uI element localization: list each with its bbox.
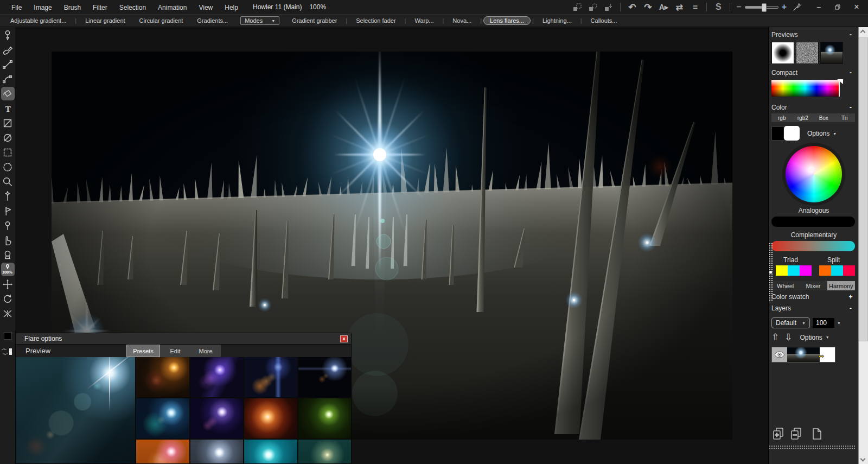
zoom-100-icon[interactable]: 100% [1, 263, 15, 276]
panel-scrollbar[interactable] [858, 27, 868, 464]
toolbar-nova[interactable]: Nova... [445, 16, 478, 25]
toolbar-gradient-grabber[interactable]: Gradient grabber [285, 16, 344, 25]
plumb-icon[interactable] [1, 28, 15, 42]
toolbar-callouts[interactable]: Callouts... [584, 16, 624, 25]
collapse-color-button[interactable]: - [847, 104, 854, 111]
undo-icon[interactable]: ↶ [627, 2, 637, 12]
mode-tab-mixer[interactable]: Mixer [799, 281, 827, 290]
flare-preset-11[interactable] [244, 440, 297, 463]
magnifier-icon[interactable] [1, 175, 15, 188]
lens-icon[interactable] [1, 248, 15, 262]
toolbar-warp[interactable]: Warp... [407, 16, 441, 25]
rotate-icon[interactable] [1, 292, 15, 306]
panel-resize-grip[interactable] [769, 445, 856, 450]
flare-tab-presets[interactable]: Presets [126, 345, 160, 357]
mode-tab-wheel[interactable]: Wheel [771, 281, 799, 290]
text-arrow-icon[interactable]: A▸ [658, 2, 669, 12]
swap-icon[interactable]: ⇄ [674, 2, 685, 12]
pin-star-icon[interactable] [1, 189, 15, 203]
toolbar-linear-gradient[interactable]: Linear gradient [78, 16, 132, 25]
value-slider[interactable] [769, 243, 773, 302]
brush-icon[interactable] [1, 43, 15, 56]
color-tab-box[interactable]: Box [813, 115, 834, 121]
split-color[interactable] [843, 265, 855, 276]
collapse-compact-button[interactable]: - [847, 69, 854, 77]
pin-icon[interactable] [1, 219, 15, 232]
remove-layer-button[interactable] [790, 427, 803, 441]
rect-select-icon[interactable] [1, 145, 15, 159]
layer-up-button[interactable]: ⇧ [771, 333, 779, 342]
toolbar-selection-fader[interactable]: Selection fader [349, 16, 403, 25]
layer-opacity-field[interactable]: 100 [813, 318, 834, 328]
layer-down-button[interactable]: ⇩ [784, 333, 792, 342]
list-icon[interactable]: ≡ [690, 2, 700, 12]
store-buffer-icon[interactable] [588, 2, 598, 12]
scroll-up-icon[interactable] [860, 30, 866, 35]
flare-preset-3[interactable] [244, 357, 297, 397]
menu-file[interactable]: File [5, 4, 28, 11]
flare-preset-12[interactable] [298, 440, 352, 463]
flare-preview-image[interactable] [16, 357, 135, 463]
move-icon[interactable] [1, 277, 15, 291]
expand-color-swatch-button[interactable]: + [847, 293, 854, 301]
toolbar-lightning[interactable]: Lightning... [535, 16, 579, 25]
opacity-dropdown-icon[interactable]: ▼ [837, 321, 841, 325]
flare-tab-more[interactable]: More [190, 345, 221, 357]
flare-tab-edit[interactable]: Edit [160, 345, 190, 357]
flare-preset-8[interactable] [298, 398, 352, 438]
triad-color[interactable] [788, 265, 800, 276]
styles-icon[interactable]: S [713, 2, 724, 12]
toolbar-adjustable-gradient[interactable]: Adjustable gradient... [3, 16, 73, 25]
flare-dialog-titlebar[interactable]: Flare options x [16, 333, 351, 345]
current-color-swatch[interactable] [4, 332, 12, 340]
menu-filter[interactable]: Filter [87, 4, 113, 11]
triad-color[interactable] [800, 265, 812, 276]
toolbar-gradients[interactable]: Gradients... [190, 16, 235, 25]
shear-icon[interactable] [1, 116, 15, 130]
layers-options-dropdown[interactable]: Options ▼ [800, 334, 829, 341]
swap-buffer-icon[interactable] [572, 2, 583, 12]
color-tab-rgb2[interactable]: rgb2 [793, 115, 814, 121]
toolbar-circular-gradient[interactable]: Circular gradient [132, 16, 190, 25]
split-color[interactable] [819, 265, 831, 276]
color-wheel[interactable] [786, 146, 842, 202]
flare-preset-7[interactable] [244, 398, 297, 438]
split-swatches[interactable] [819, 265, 855, 276]
stamp-buffer-icon[interactable] [603, 2, 614, 12]
menu-animation[interactable]: Animation [152, 4, 193, 11]
zoom-slider-handle[interactable] [762, 3, 767, 12]
analogous-swatch[interactable] [771, 217, 855, 227]
blend-mode-dropdown[interactable]: Default ▼ [771, 317, 810, 328]
collapse-layers-button[interactable]: - [847, 304, 854, 312]
complementary-swatch[interactable] [771, 241, 855, 251]
flare-preset-5[interactable] [136, 398, 189, 438]
toolbar-lens-flares[interactable]: Lens flares... [483, 16, 531, 25]
flare-preset-1[interactable] [136, 357, 189, 397]
flare-preset-10[interactable] [190, 440, 244, 463]
secondary-color-swatch[interactable] [784, 126, 800, 141]
text-icon[interactable]: T [1, 101, 15, 115]
zoom-out-icon[interactable]: − [736, 2, 741, 12]
curve-icon[interactable] [1, 72, 15, 86]
new-page-button[interactable] [811, 427, 823, 441]
close-dialog-button[interactable]: x [340, 335, 348, 342]
texture-preview-thumbnail[interactable] [796, 42, 819, 64]
scrollbar-thumb[interactable] [859, 37, 868, 341]
compact-spectrum[interactable] [771, 80, 839, 97]
image-preview-thumbnail[interactable] [820, 42, 843, 64]
menu-brush[interactable]: Brush [58, 4, 87, 11]
compact-picker[interactable] [771, 80, 842, 97]
layer-row[interactable]: ↔ [771, 347, 835, 363]
flare-preset-2[interactable] [190, 357, 244, 397]
split-color[interactable] [831, 265, 843, 276]
value-slider-knob[interactable] [769, 271, 772, 274]
zoom-in-icon[interactable]: + [782, 2, 787, 12]
triad-swatches[interactable] [776, 265, 812, 276]
ellipse-select-icon[interactable] [1, 160, 15, 174]
flare-preset-9[interactable] [136, 440, 189, 463]
mode-tab-harmony[interactable]: Harmony [827, 281, 855, 290]
flare-preset-4[interactable] [298, 357, 352, 397]
layer-thumbnail[interactable] [787, 347, 820, 362]
transform-box-icon[interactable] [1, 87, 15, 100]
menu-image[interactable]: Image [28, 4, 58, 11]
